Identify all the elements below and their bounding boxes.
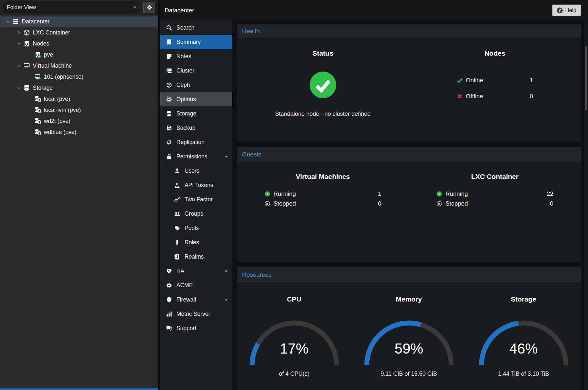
- stat-row-left: Stopped: [436, 200, 468, 207]
- tree-item-label: 101 (opnsense): [44, 74, 83, 80]
- chevron-down-icon[interactable]: [15, 64, 23, 68]
- tree-item-nodes[interactable]: Nodes: [0, 38, 158, 49]
- users-icon: [174, 211, 180, 217]
- storage-drive-icon: [34, 96, 41, 102]
- gauge-percent-value: 46%: [475, 341, 572, 357]
- stat-label: Online: [466, 77, 483, 84]
- tree-item-wd2t-pve[interactable]: wd2t (pve): [0, 115, 158, 127]
- tree-item-lxc-container[interactable]: LXC Container: [0, 27, 158, 38]
- menu-item-label: Summary: [176, 39, 228, 46]
- stat-row-left: Offline: [457, 93, 483, 100]
- view-mode-value: Folder View: [7, 4, 36, 11]
- menu-item-pools[interactable]: Pools: [160, 221, 232, 235]
- scrollbar-thumb[interactable]: [585, 47, 587, 110]
- menu-item-ceph[interactable]: Ceph: [160, 78, 232, 92]
- menu-item-label: Search: [176, 24, 228, 31]
- menu-item-firewall[interactable]: Firewall: [160, 292, 232, 307]
- menu-item-replication[interactable]: Replication: [160, 135, 232, 149]
- person-icon: [174, 239, 180, 246]
- note-icon: [166, 53, 172, 60]
- nodes-rows: Online1Offline0: [457, 77, 533, 100]
- menu-item-label: Two Factor: [185, 196, 228, 203]
- page-title: Datacenter: [165, 7, 194, 14]
- menu-item-metric-server[interactable]: Metric Server: [160, 307, 232, 321]
- menu-item-label: API Tokens: [185, 182, 228, 189]
- menu-item-cluster[interactable]: Cluster: [160, 63, 232, 78]
- help-button[interactable]: Help: [552, 5, 581, 16]
- gauge-percent-value: 59%: [360, 341, 458, 357]
- status-heading: Status: [313, 49, 333, 57]
- vm-running-icon: [34, 74, 41, 80]
- menu-item-groups[interactable]: Groups: [160, 207, 232, 221]
- tree-item-label: pve: [44, 51, 53, 58]
- column-heading: LXC Container: [471, 173, 518, 181]
- database-icon: [166, 111, 172, 117]
- health-panel-header: Health: [237, 24, 581, 39]
- tree-item-local-pve[interactable]: local (pve): [0, 93, 158, 104]
- tree-item-wdblue-pve[interactable]: wdblue (pve): [0, 127, 158, 138]
- menu-item-notes[interactable]: Notes: [160, 49, 232, 63]
- gauge-detail: 1.44 TiB of 3.10 TiB: [498, 370, 549, 377]
- submenu-arrow-icon: [224, 298, 228, 302]
- chevron-down-icon[interactable]: [15, 42, 23, 46]
- tree-item-label: local (pve): [44, 96, 70, 102]
- tree-settings-button[interactable]: [143, 2, 155, 13]
- view-mode-select[interactable]: Folder View: [3, 2, 140, 13]
- tree-item-storage[interactable]: Storage: [0, 82, 158, 93]
- replication-arrows-icon: [166, 139, 172, 145]
- health-panel-title: Health: [242, 28, 260, 35]
- storage-drive-icon: [34, 118, 41, 124]
- resource-gauge-memory: Memory59%9.11 GiB of 15.50 GiB: [352, 295, 466, 377]
- menu-item-label: Groups: [185, 210, 228, 217]
- resource-gauge-storage: Storage46%1.44 TiB of 3.10 TiB: [466, 295, 581, 377]
- stat-row-left: Stopped: [264, 200, 296, 207]
- gauge-heading: CPU: [287, 295, 301, 303]
- content-header: Datacenter Help: [160, 0, 588, 20]
- stop-circle-icon: [436, 201, 442, 207]
- menu-item-label: HA: [176, 268, 224, 275]
- stat-row-online: Online1: [457, 77, 533, 84]
- menu-item-backup[interactable]: Backup: [160, 121, 232, 135]
- tree-item-pve[interactable]: pve: [0, 49, 158, 60]
- menu-item-summary[interactable]: Summary: [160, 35, 232, 49]
- resources-panel-title: Resources: [242, 271, 272, 278]
- gauge-percent-value: 17%: [246, 341, 343, 357]
- menu-item-label: Pools: [185, 225, 228, 232]
- stop-circle-icon: [264, 201, 270, 207]
- menu-item-users[interactable]: Users: [160, 164, 232, 178]
- gauge-heading: Memory: [396, 295, 422, 303]
- health-panel-body: Status Standalone node - no cluster defi…: [237, 39, 581, 117]
- menu-item-label: Permissions: [176, 153, 224, 160]
- cube-icon: [23, 29, 30, 36]
- menu-item-two-factor[interactable]: Two Factor: [160, 192, 232, 207]
- menu-item-roles[interactable]: Roles: [160, 235, 232, 249]
- tree-item-datacenter[interactable]: Datacenter: [0, 16, 158, 27]
- tree-item-virtual-machine[interactable]: Virtual Machine: [0, 60, 158, 71]
- question-circle-icon: [557, 7, 563, 13]
- chevron-right-icon[interactable]: [15, 31, 23, 35]
- menu-item-api-tokens[interactable]: API Tokens: [160, 178, 232, 192]
- menu-item-ha[interactable]: HA: [160, 264, 232, 278]
- stat-row-stopped: Stopped0: [264, 200, 381, 207]
- content-scrollbar[interactable]: [584, 20, 588, 390]
- chevron-down-icon[interactable]: [4, 20, 12, 24]
- guests-columns: Virtual MachinesRunning1Stopped0LXC Cont…: [237, 162, 581, 207]
- menu-item-options[interactable]: Options: [160, 92, 232, 106]
- stat-value: 1: [530, 77, 533, 84]
- gear-icon: [166, 96, 172, 102]
- menu-item-label: Backup: [176, 125, 228, 131]
- log-panel-splitter[interactable]: [0, 388, 158, 390]
- monitor-icon: [23, 62, 30, 69]
- menu-item-permissions[interactable]: Permissions: [160, 149, 232, 164]
- search-icon: [166, 25, 172, 31]
- menu-item-search[interactable]: Search: [160, 20, 232, 35]
- tree-item-101-opnsense[interactable]: 101 (opnsense): [0, 71, 158, 82]
- tree-item-local-lvm-pve[interactable]: local-lvm (pve): [0, 104, 158, 115]
- menu-item-acme[interactable]: ACME: [160, 278, 232, 292]
- menu-item-support[interactable]: Support: [160, 321, 232, 335]
- stat-value: 22: [547, 190, 554, 197]
- chevron-down-icon[interactable]: [15, 86, 23, 90]
- right-body: SearchSummaryNotesClusterCephOptionsStor…: [160, 20, 588, 390]
- menu-item-storage[interactable]: Storage: [160, 106, 232, 121]
- menu-item-realms[interactable]: Realms: [160, 249, 232, 264]
